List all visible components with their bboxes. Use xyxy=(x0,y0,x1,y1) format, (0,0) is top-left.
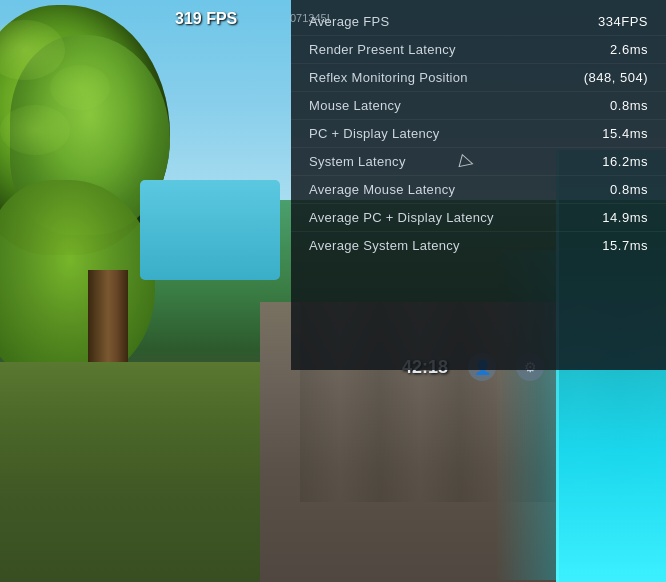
fps-counter: 319 FPS xyxy=(175,10,237,28)
stat-row: System Latency16.2ms xyxy=(291,148,666,176)
stat-label: Average PC + Display Latency xyxy=(309,210,494,225)
stat-row: Render Present Latency2.6ms xyxy=(291,36,666,64)
stat-value: 0.8ms xyxy=(610,182,648,197)
stat-value: 15.4ms xyxy=(602,126,648,141)
stat-value: 2.6ms xyxy=(610,42,648,57)
stat-value: 0.8ms xyxy=(610,98,648,113)
stat-label: Mouse Latency xyxy=(309,98,401,113)
fps-value: 319 FPS xyxy=(175,10,237,27)
stat-label: Render Present Latency xyxy=(309,42,456,57)
stat-value: 14.9ms xyxy=(602,210,648,225)
sky-gap xyxy=(140,180,280,280)
stat-row: Average System Latency15.7ms xyxy=(291,232,666,259)
foliage-highlight-2 xyxy=(50,65,110,110)
stats-list: Average FPS334FPSRender Present Latency2… xyxy=(291,0,666,267)
ground xyxy=(0,362,300,582)
stat-row: PC + Display Latency15.4ms xyxy=(291,120,666,148)
stat-row: Average FPS334FPS xyxy=(291,8,666,36)
stat-label: PC + Display Latency xyxy=(309,126,440,141)
stat-label: Reflex Monitoring Position xyxy=(309,70,468,85)
stat-row: Average Mouse Latency0.8ms xyxy=(291,176,666,204)
stat-label: Average Mouse Latency xyxy=(309,182,455,197)
foliage-highlight-3 xyxy=(0,105,70,155)
id-display: 071345I xyxy=(290,12,330,24)
stat-label: Average System Latency xyxy=(309,238,460,253)
stat-value: (848, 504) xyxy=(584,70,648,85)
stat-row: Average PC + Display Latency14.9ms xyxy=(291,204,666,232)
stat-label: System Latency xyxy=(309,154,406,169)
stat-row: Mouse Latency0.8ms xyxy=(291,92,666,120)
stat-row: Reflex Monitoring Position(848, 504) xyxy=(291,64,666,92)
stats-overlay-panel: Average FPS334FPSRender Present Latency2… xyxy=(291,0,666,370)
stat-value: 334FPS xyxy=(598,14,648,29)
stat-value: 16.2ms xyxy=(602,154,648,169)
stat-value: 15.7ms xyxy=(602,238,648,253)
